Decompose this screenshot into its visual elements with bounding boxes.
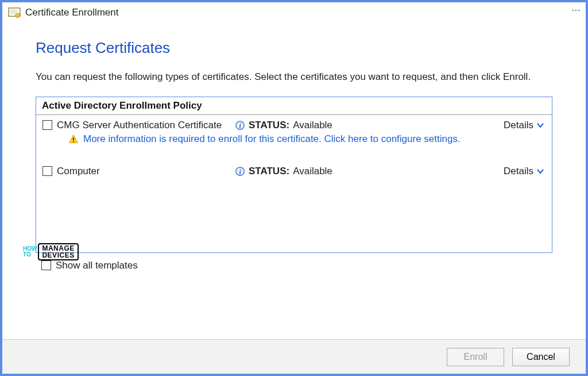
status-wrap: i STATUS: Available — [235, 120, 504, 131]
show-all-templates-checkbox[interactable] — [41, 260, 51, 270]
dialog-footer: Enroll Cancel — [2, 339, 586, 374]
page-heading: Request Certificates — [36, 39, 552, 57]
info-icon: i — [235, 120, 245, 131]
certificate-row: CMG Server Authentication Certificate i … — [36, 115, 552, 132]
cancel-button[interactable]: Cancel — [512, 348, 570, 366]
status-value: Available — [293, 166, 332, 177]
status-wrap: i STATUS: Available — [235, 166, 504, 177]
titlebar: Certificate Enrollment ⋯ — [2, 2, 586, 22]
info-icon: i — [235, 166, 245, 177]
chevron-down-icon — [537, 168, 544, 175]
certificate-icon — [8, 7, 21, 18]
status-value: Available — [293, 120, 332, 131]
certificate-row: Computer i STATUS: Available Details — [36, 161, 552, 178]
details-label: Details — [504, 166, 533, 177]
titlebar-title: Certificate Enrollment — [25, 7, 119, 18]
content-area: Request Certificates You can request the… — [2, 22, 586, 339]
details-button-computer[interactable]: Details — [504, 166, 544, 177]
status-label: STATUS: — [249, 166, 289, 177]
policy-header: Active Directory Enrollment Policy — [36, 97, 552, 115]
details-label: Details — [504, 120, 533, 131]
more-options-icon[interactable]: ⋯ — [571, 5, 581, 16]
dialog-window: Certificate Enrollment ⋯ Request Certifi… — [0, 0, 588, 376]
show-all-templates-row: Show all templates — [36, 253, 552, 271]
show-all-templates-label: Show all templates — [56, 260, 138, 271]
warning-icon — [68, 134, 79, 144]
status-label: STATUS: — [249, 120, 289, 131]
chevron-down-icon — [537, 122, 544, 129]
svg-rect-7 — [73, 137, 74, 140]
svg-rect-8 — [73, 141, 74, 142]
configure-settings-link[interactable]: More information is required to enroll f… — [83, 133, 461, 145]
svg-point-4 — [16, 13, 20, 17]
certificate-name: Computer — [57, 166, 235, 177]
certificate-warning-row: More information is required to enroll f… — [36, 132, 552, 147]
details-button-cmg[interactable]: Details — [504, 120, 544, 131]
certificate-checkbox-computer[interactable] — [42, 166, 52, 176]
enrollment-policy-box: Active Directory Enrollment Policy CMG S… — [36, 97, 552, 253]
certificate-checkbox-cmg[interactable] — [42, 120, 52, 130]
enroll-button[interactable]: Enroll — [447, 348, 504, 366]
certificate-name: CMG Server Authentication Certificate — [57, 120, 235, 131]
page-description: You can request the following types of c… — [36, 71, 552, 84]
